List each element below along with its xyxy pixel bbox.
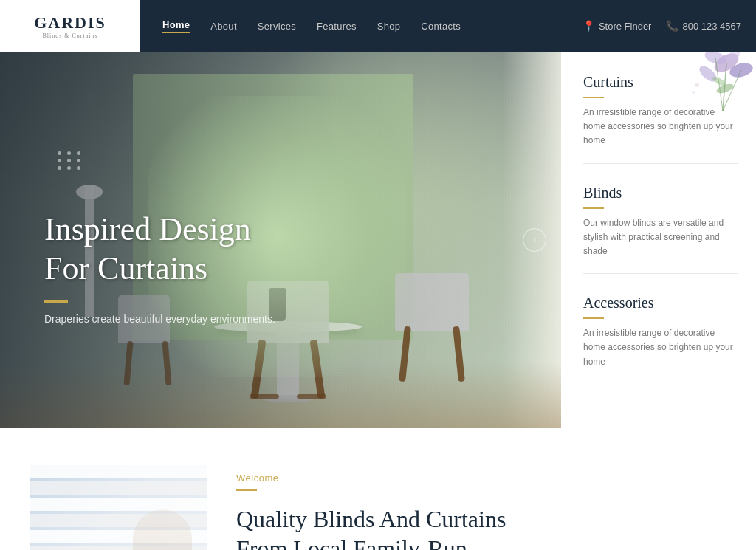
nav-links: Home About Services Features Shop Contac… (140, 19, 583, 33)
phone-label: 800 123 4567 (682, 21, 741, 32)
welcome-accent (236, 489, 257, 491)
hero-divider (44, 300, 68, 303)
store-finder-label: Store Finder (599, 21, 652, 32)
welcome-image: 🌸 (30, 465, 207, 550)
floral-decoration (564, 52, 756, 140)
hero-subtitle: Draperies create beautiful everyday envi… (44, 313, 275, 325)
nav-shop[interactable]: Shop (377, 21, 401, 32)
welcome-title: Quality Blinds And Curtains From Local F… (236, 504, 506, 550)
hero-section: Inspired DesignFor Curtains Draperies cr… (0, 52, 756, 428)
hero-sidebar: Curtains An irresistible range of decora… (561, 52, 756, 428)
sidebar-accessories-text: An irresistible range of decorative home… (583, 326, 738, 369)
nav-about[interactable]: About (210, 21, 236, 32)
phone-icon: 📞 (666, 20, 678, 32)
blind-stripe-1 (30, 465, 207, 478)
welcome-content: Welcome Quality Blinds And Curtains From… (207, 465, 535, 550)
nav-home[interactable]: Home (162, 19, 190, 33)
nav-right: 📍 Store Finder 📞 800 123 4567 (583, 20, 756, 32)
location-icon: 📍 (583, 20, 595, 32)
navbar: GARDIS Blinds & Curtains Home About Serv… (0, 0, 756, 52)
welcome-title-line1: Quality Blinds And Curtains (236, 506, 506, 532)
svg-point-11 (692, 91, 695, 94)
sidebar-accessories: Accessories An irresistible range of dec… (583, 295, 738, 384)
nav-services[interactable]: Services (258, 21, 296, 32)
sidebar-blinds: Blinds Our window blinds are versatile a… (583, 185, 738, 275)
sidebar-accessories-title[interactable]: Accessories (583, 295, 738, 312)
nav-contacts[interactable]: Contacts (421, 21, 461, 32)
sidebar-accessories-accent (583, 317, 604, 319)
hero-image-area: Inspired DesignFor Curtains Draperies cr… (0, 52, 561, 428)
deco-circles (58, 151, 83, 170)
welcome-image-background: 🌸 (30, 465, 207, 550)
sidebar-blinds-title[interactable]: Blinds (583, 185, 738, 202)
logo[interactable]: GARDIS Blinds & Curtains (0, 0, 140, 52)
svg-point-10 (695, 83, 699, 87)
hero-title: Inspired DesignFor Curtains (44, 210, 275, 289)
nav-features[interactable]: Features (317, 21, 357, 32)
welcome-title-line2: From Local Family-Run (236, 535, 467, 550)
hero-text-block: Inspired DesignFor Curtains Draperies cr… (44, 210, 275, 325)
store-finder[interactable]: 📍 Store Finder (583, 20, 652, 32)
logo-sub: Blinds & Curtains (34, 32, 106, 39)
chevron-right-icon: › (533, 234, 537, 246)
blind-stripe-3 (30, 498, 207, 511)
sidebar-blinds-accent (583, 207, 604, 209)
phone-number[interactable]: 📞 800 123 4567 (666, 20, 741, 32)
blind-stripe-2 (30, 481, 207, 495)
logo-text: GARDIS (34, 13, 106, 32)
welcome-label: Welcome (236, 472, 506, 484)
welcome-section: 🌸 Welcome Quality Blinds And Curtains Fr… (0, 428, 756, 550)
slider-next-arrow[interactable]: › (523, 228, 546, 252)
sidebar-blinds-text: Our window blinds are versatile and styl… (583, 216, 738, 259)
